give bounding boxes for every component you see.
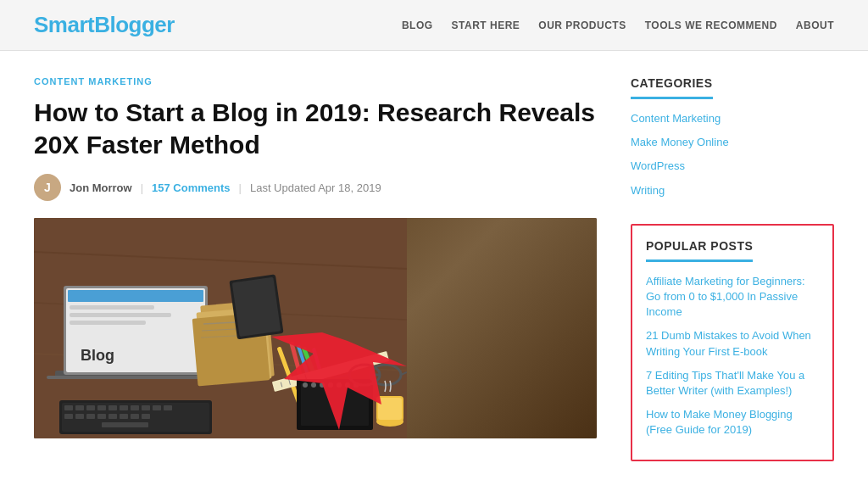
desk-scene: Blog <box>34 218 597 438</box>
svg-text:Blog: Blog <box>81 347 114 364</box>
svg-rect-65 <box>102 422 148 427</box>
svg-rect-68 <box>378 398 402 420</box>
popular-posts-section: POPULAR POSTS Affiliate Marketing for Be… <box>631 224 834 462</box>
nav-tools-we-recommend[interactable]: TOOLS WE RECOMMEND <box>645 20 777 31</box>
category-link-writing[interactable]: Writing <box>631 183 834 198</box>
nav-our-products[interactable]: OUR PRODUCTS <box>538 20 626 31</box>
categories-section: CATEGORIES Content Marketing Make Money … <box>631 76 834 198</box>
svg-point-33 <box>303 382 308 388</box>
meta-separator-2: | <box>239 181 242 194</box>
svg-rect-63 <box>131 414 139 419</box>
categories-heading: CATEGORIES <box>631 76 713 99</box>
last-updated: Last Updated Apr 18, 2019 <box>250 181 381 194</box>
popular-post-2[interactable]: 21 Dumb Mistakes to Avoid When Writing Y… <box>646 328 819 359</box>
svg-rect-11 <box>70 321 146 325</box>
svg-rect-49 <box>86 405 95 410</box>
svg-rect-47 <box>64 405 73 410</box>
header: SmartBlogger BLOG START HERE OUR PRODUCT… <box>0 0 868 51</box>
svg-rect-52 <box>120 405 128 410</box>
svg-rect-48 <box>75 405 84 410</box>
popular-posts-heading: POPULAR POSTS <box>646 239 753 262</box>
logo-text-black: Smart <box>34 12 94 37</box>
main-nav: BLOG START HERE OUR PRODUCTS TOOLS WE RE… <box>402 20 834 31</box>
author-name: Jon Morrow <box>70 181 132 194</box>
comments-link[interactable]: 157 Comments <box>152 181 230 194</box>
svg-rect-62 <box>120 414 128 419</box>
site-logo[interactable]: SmartBlogger <box>34 12 175 38</box>
svg-rect-60 <box>97 414 106 419</box>
svg-rect-59 <box>86 414 95 419</box>
svg-rect-10 <box>70 313 171 317</box>
svg-rect-51 <box>108 405 117 410</box>
svg-rect-5 <box>47 376 216 379</box>
desk-items-svg: Blog <box>34 218 407 438</box>
svg-rect-20 <box>232 277 281 337</box>
category-link-content-marketing[interactable]: Content Marketing <box>631 111 834 126</box>
svg-point-34 <box>311 382 316 388</box>
category-link-make-money[interactable]: Make Money Online <box>631 135 834 150</box>
svg-rect-50 <box>97 405 106 410</box>
post-meta: J Jon Morrow | 157 Comments | Last Updat… <box>34 174 597 201</box>
nav-about[interactable]: ABOUT <box>796 20 834 31</box>
category-link-wordpress[interactable]: WordPress <box>631 159 834 174</box>
svg-rect-56 <box>164 405 172 410</box>
svg-rect-55 <box>153 405 161 410</box>
article-category: CONTENT MARKETING <box>34 76 597 86</box>
article-title: How to Start a Blog in 2019: Research Re… <box>34 97 597 160</box>
svg-rect-64 <box>142 414 150 419</box>
sidebar: CATEGORIES Content Marketing Make Money … <box>631 76 834 487</box>
popular-post-1[interactable]: Affiliate Marketing for Beginners: Go fr… <box>646 274 819 321</box>
article-hero-image: Blog <box>34 218 597 438</box>
popular-post-4[interactable]: How to Make Money Blogging (Free Guide f… <box>646 407 819 438</box>
svg-rect-57 <box>64 414 73 419</box>
svg-rect-8 <box>68 290 203 302</box>
logo-text-blue: Blogger <box>94 12 175 37</box>
svg-rect-61 <box>108 414 117 419</box>
author-avatar: J <box>34 174 61 201</box>
meta-separator-1: | <box>141 181 143 194</box>
svg-rect-9 <box>70 305 154 310</box>
nav-blog[interactable]: BLOG <box>402 20 433 31</box>
content-area: CONTENT MARKETING How to Start a Blog in… <box>34 76 597 487</box>
popular-post-3[interactable]: 7 Editing Tips That'll Make You a Better… <box>646 368 819 399</box>
categories-list: Content Marketing Make Money Online Word… <box>631 111 834 198</box>
main-container: CONTENT MARKETING How to Start a Blog in… <box>0 51 868 491</box>
popular-posts-list: Affiliate Marketing for Beginners: Go fr… <box>646 274 819 438</box>
svg-rect-53 <box>131 405 139 410</box>
svg-rect-54 <box>142 405 150 410</box>
svg-rect-58 <box>75 414 84 419</box>
nav-start-here[interactable]: START HERE <box>452 20 520 31</box>
